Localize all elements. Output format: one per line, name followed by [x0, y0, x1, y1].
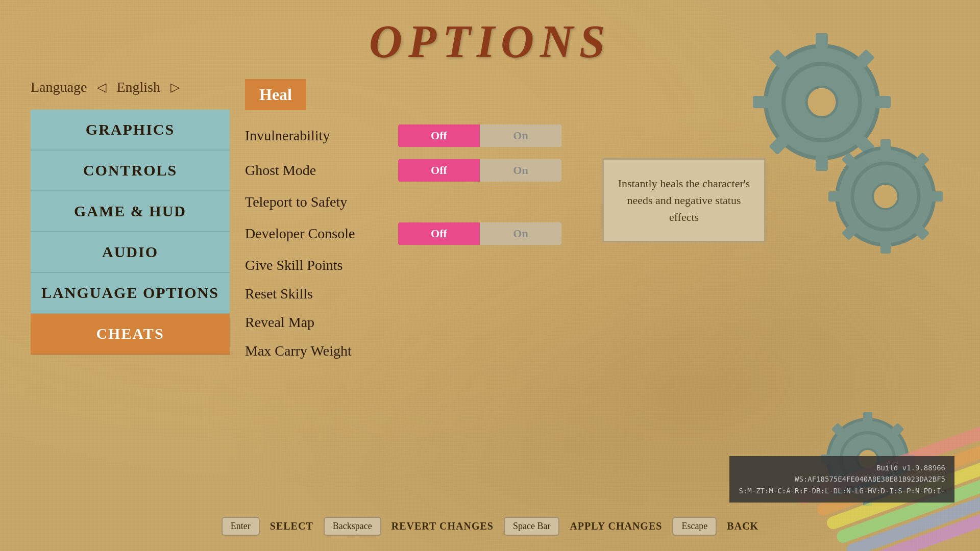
developer-console-off-btn[interactable]: Off	[398, 222, 480, 245]
ghost-mode-label: Ghost Mode	[245, 162, 388, 179]
language-label: Language	[31, 79, 87, 95]
key-enter[interactable]: Enter	[222, 517, 260, 536]
sidebar-item-controls[interactable]: CONTROLS	[31, 151, 230, 191]
language-value: English	[116, 79, 160, 95]
invulnerability-off-btn[interactable]: Off	[398, 124, 480, 147]
tooltip-box: Instantly heals the character's needs an…	[602, 158, 766, 242]
build-line2: WS:AF18575E4FE040A8E38E81B923DA2BF5	[739, 473, 945, 485]
svg-rect-5	[753, 96, 768, 108]
language-next-button[interactable]: ▷	[170, 80, 180, 94]
action-select: SELECT	[270, 520, 313, 532]
build-line3: S:M-ZT:M-C:A-R:F-DR:L-DL:N-LG-HV:D-I:S-P…	[739, 485, 945, 496]
svg-rect-17	[930, 191, 943, 202]
option-ghost-mode: Ghost Mode Off On	[245, 155, 561, 186]
bottom-bar: Enter SELECT Backspace REVERT CHANGES Sp…	[0, 517, 980, 536]
option-teleport: Teleport to Safety	[245, 190, 561, 214]
invulnerability-toggle[interactable]: Off On	[398, 124, 561, 147]
active-tab-label: Heal	[245, 79, 306, 110]
invulnerability-label: Invulnerability	[245, 128, 388, 144]
svg-rect-6	[875, 96, 891, 108]
svg-rect-15	[880, 241, 891, 254]
key-space[interactable]: Space Bar	[504, 517, 559, 536]
page-title: OPTIONS	[0, 15, 980, 68]
option-reset-skills: Reset Skills	[245, 282, 561, 306]
options-list: Invulnerability Off On Ghost Mode Off On…	[245, 120, 561, 363]
action-revert: REVERT CHANGES	[391, 520, 494, 532]
reveal-map-label[interactable]: Reveal Map	[245, 314, 388, 331]
svg-rect-14	[880, 139, 891, 152]
key-escape[interactable]: Escape	[672, 517, 717, 536]
reset-skills-label[interactable]: Reset Skills	[245, 286, 388, 302]
ghost-mode-on-btn[interactable]: On	[480, 159, 561, 182]
give-skill-points-label[interactable]: Give Skill Points	[245, 257, 388, 273]
tooltip-text: Instantly heals the character's needs an…	[618, 177, 750, 223]
svg-point-2	[806, 87, 837, 117]
invulnerability-on-btn[interactable]: On	[480, 124, 561, 147]
option-invulnerability: Invulnerability Off On	[245, 120, 561, 151]
language-prev-button[interactable]: ◁	[97, 80, 106, 94]
main-content: Heal Invulnerability Off On Ghost Mode O…	[245, 79, 561, 363]
build-line1: Build v1.9.88966	[739, 462, 945, 473]
key-backspace[interactable]: Backspace	[324, 517, 381, 536]
ghost-mode-toggle[interactable]: Off On	[398, 159, 561, 182]
option-developer-console: Developer Console Off On	[245, 218, 561, 249]
sidebar-item-game-hud[interactable]: GAME & HUD	[31, 191, 230, 232]
max-carry-weight-label[interactable]: Max Carry Weight	[245, 343, 388, 359]
teleport-label[interactable]: Teleport to Safety	[245, 194, 388, 210]
option-reveal-map: Reveal Map	[245, 310, 561, 335]
ghost-mode-off-btn[interactable]: Off	[398, 159, 480, 182]
sidebar-item-language-options[interactable]: LANGUAGE OPTIONS	[31, 273, 230, 314]
gear-middle-right	[822, 133, 949, 260]
sidebar-item-audio[interactable]: AUDIO	[31, 232, 230, 273]
sidebar-item-cheats[interactable]: CHEATS	[31, 314, 230, 355]
svg-rect-16	[828, 191, 841, 202]
developer-console-label: Developer Console	[245, 226, 388, 242]
action-back: BACK	[727, 520, 758, 532]
option-max-carry-weight: Max Carry Weight	[245, 339, 561, 363]
action-apply: APPLY CHANGES	[570, 520, 662, 532]
build-info: Build v1.9.88966 WS:AF18575E4FE040A8E38E…	[729, 456, 954, 503]
option-give-skill-points: Give Skill Points	[245, 253, 561, 278]
developer-console-on-btn[interactable]: On	[480, 222, 561, 245]
svg-point-13	[873, 184, 898, 209]
language-row: Language ◁ English ▷	[31, 79, 180, 95]
sidebar-item-graphics[interactable]: GRAPHICS	[31, 110, 230, 151]
developer-console-toggle[interactable]: Off On	[398, 222, 561, 245]
sidebar: GRAPHICS CONTROLS GAME & HUD AUDIO LANGU…	[31, 110, 230, 355]
